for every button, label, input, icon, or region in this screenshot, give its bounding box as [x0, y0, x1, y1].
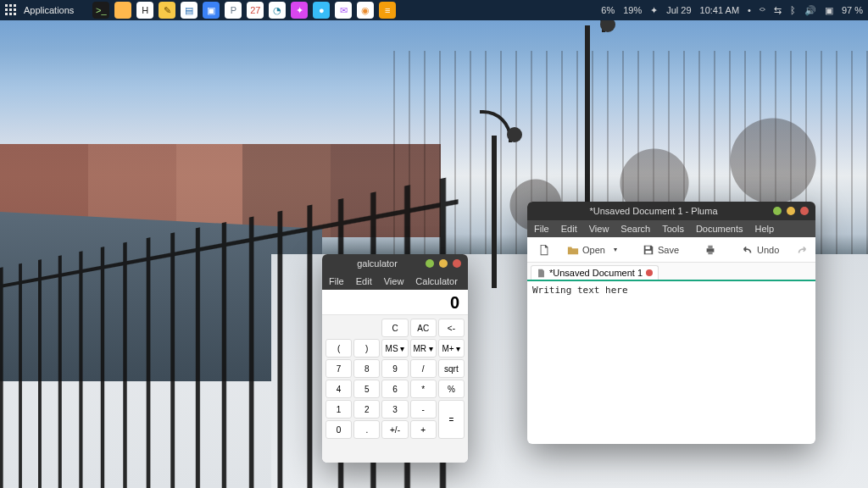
dock-terminal-icon[interactable]: >_: [92, 2, 109, 19]
calc-key-[interactable]: +/-: [381, 420, 408, 439]
extensions-icon[interactable]: ✦: [650, 5, 658, 16]
calc-key-2[interactable]: 2: [353, 400, 380, 419]
svg-rect-0: [645, 246, 649, 249]
print-button[interactable]: [698, 241, 722, 258]
calc-key-[interactable]: ): [353, 339, 380, 358]
pluma-menu-view[interactable]: View: [589, 224, 609, 234]
clock-time[interactable]: 10:41 AM: [700, 5, 739, 15]
dock-libreoffice-icon[interactable]: ▤: [181, 2, 198, 19]
calc-key-[interactable]: +: [410, 420, 437, 439]
pluma-titlebar[interactable]: *Unsaved Document 1 - Pluma: [527, 202, 815, 220]
calc-key-[interactable]: <-: [438, 319, 465, 337]
dock: >_H✎▤▣P27◔✦●✉◉≡: [92, 2, 396, 19]
battery-icon[interactable]: ▣: [825, 5, 833, 16]
calc-key-3[interactable]: 3: [381, 400, 408, 419]
open-dropdown-icon[interactable]: ▾: [614, 246, 617, 253]
calc-menu-view[interactable]: View: [384, 276, 404, 286]
calculator-titlebar[interactable]: galculator: [322, 254, 468, 273]
redo-icon: [796, 244, 808, 256]
calc-key-0[interactable]: 0: [326, 420, 352, 439]
applications-menu[interactable]: Applications: [24, 5, 74, 15]
pluma-menu-file[interactable]: File: [534, 224, 549, 234]
undo-button[interactable]: Undo: [736, 241, 785, 258]
pluma-minimize-button[interactable]: [773, 207, 782, 215]
calc-key-m[interactable]: M+ ▾: [438, 339, 465, 358]
close-tab-icon[interactable]: [646, 269, 653, 276]
calc-key-[interactable]: /: [410, 359, 437, 378]
pluma-title: *Unsaved Document 1 - Pluma: [534, 206, 773, 216]
calc-minimize-button[interactable]: [426, 259, 434, 268]
calc-key-9[interactable]: 9: [381, 359, 408, 378]
calc-key-5[interactable]: 5: [353, 380, 380, 398]
apps-grid-icon[interactable]: [5, 4, 17, 16]
pluma-menu-documents[interactable]: Documents: [696, 224, 743, 234]
calc-key-blank: [326, 441, 352, 459]
clock-date[interactable]: Jul 29: [666, 5, 691, 15]
calc-key-sqrt[interactable]: sqrt: [438, 359, 465, 378]
redo-button[interactable]: [790, 241, 814, 258]
dock-planner-icon[interactable]: P: [225, 2, 242, 19]
pluma-window: *Unsaved Document 1 - Pluma FileEditView…: [527, 202, 815, 444]
calc-key-mr[interactable]: MR ▾: [410, 339, 437, 358]
tab-label: *Unsaved Document 1: [549, 268, 643, 278]
document-icon: [537, 269, 546, 278]
calc-key-7[interactable]: 7: [326, 359, 352, 378]
calculator-display: 0: [322, 290, 468, 315]
pluma-menu-tools[interactable]: Tools: [662, 224, 684, 234]
calculator-window: galculator FileEditViewCalculatorHelp 0 …: [322, 254, 468, 463]
dock-calendar-icon[interactable]: 27: [247, 2, 264, 19]
calc-menu-edit[interactable]: Edit: [356, 276, 372, 286]
save-button[interactable]: Save: [637, 241, 685, 258]
stat-cpu: 6%: [601, 5, 615, 15]
calc-key-c[interactable]: C: [381, 319, 408, 337]
pluma-menu-help[interactable]: Help: [755, 224, 775, 234]
wifi-icon[interactable]: ⌔: [760, 5, 765, 15]
pluma-editor[interactable]: Writing text here: [527, 281, 815, 444]
pluma-menu-search[interactable]: Search: [620, 224, 650, 234]
calc-key-[interactable]: .: [353, 420, 380, 439]
dock-flame-icon[interactable]: ✦: [291, 2, 308, 19]
bluetooth-icon[interactable]: ᛒ: [790, 5, 796, 15]
calc-key-[interactable]: %: [438, 380, 465, 398]
calc-key-8[interactable]: 8: [353, 359, 380, 378]
new-doc-button[interactable]: [532, 241, 556, 258]
calc-close-button[interactable]: [453, 259, 461, 268]
pluma-menubar: FileEditViewSearchToolsDocumentsHelp: [527, 220, 815, 237]
calc-key-[interactable]: =: [438, 400, 465, 439]
dock-edge-icon[interactable]: ◔: [269, 2, 286, 19]
dock-firefox-icon[interactable]: [114, 2, 131, 19]
calc-menu-file[interactable]: File: [329, 276, 344, 286]
pluma-close-button[interactable]: [800, 207, 809, 215]
new-file-icon: [538, 244, 550, 256]
print-icon: [704, 244, 716, 256]
calc-key-ms[interactable]: MS ▾: [381, 339, 408, 358]
dock-sublime-icon[interactable]: ≡: [379, 2, 396, 19]
dock-files-icon[interactable]: ▣: [203, 2, 220, 19]
link-icon[interactable]: ⇆: [774, 5, 782, 16]
open-button[interactable]: Open ▾: [561, 241, 623, 258]
pluma-maximize-button[interactable]: [787, 207, 795, 215]
dock-krita-icon[interactable]: H: [136, 2, 153, 19]
calculator-title: galculator: [329, 258, 426, 269]
svg-rect-1: [645, 250, 651, 253]
calc-key-6[interactable]: 6: [381, 380, 408, 398]
dock-notes-icon[interactable]: ✎: [159, 2, 175, 19]
calc-key-1[interactable]: 1: [326, 400, 352, 419]
calc-key-[interactable]: -: [410, 400, 437, 419]
battery-percent: 97 %: [842, 5, 863, 15]
calc-menu-calculator[interactable]: Calculator: [415, 276, 458, 286]
dock-messenger-icon[interactable]: ✉: [335, 2, 352, 19]
calc-maximize-button[interactable]: [439, 259, 448, 268]
calc-key-ac[interactable]: AC: [410, 319, 437, 337]
calc-key-4[interactable]: 4: [326, 380, 352, 398]
pluma-tab-unsaved[interactable]: *Unsaved Document 1: [531, 265, 659, 280]
volume-icon[interactable]: 🔊: [804, 5, 816, 16]
dot-indicator-icon: •: [748, 5, 751, 15]
dock-podcasts-icon[interactable]: ◉: [357, 2, 374, 19]
calc-key-[interactable]: *: [410, 380, 437, 398]
pluma-menu-edit[interactable]: Edit: [561, 224, 577, 234]
undo-label: Undo: [757, 245, 779, 255]
dock-chat-icon[interactable]: ●: [313, 2, 330, 19]
calc-key-blank: [326, 319, 352, 337]
calc-key-[interactable]: (: [326, 339, 352, 358]
